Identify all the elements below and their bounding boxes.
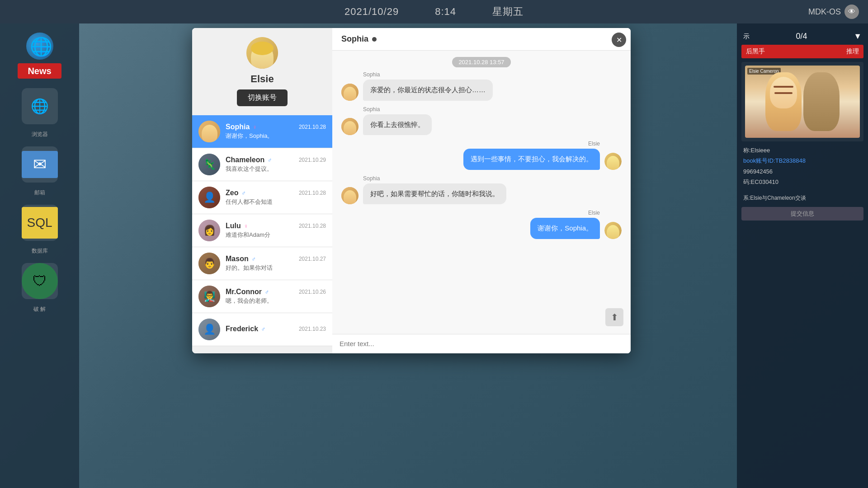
contact-item[interactable]: 👤 Frederick ♂ 2021.10.23	[192, 313, 332, 346]
contact-info: Zeo ♂ 2021.10.28 任何人都不会知道	[226, 189, 326, 206]
msg-content: Elsie 遇到一些事情，不要担心，我会解决的。	[463, 141, 600, 170]
online-indicator	[372, 37, 377, 42]
db-label: 数据库	[32, 247, 48, 255]
contact-name: Sophia ♀	[226, 123, 257, 131]
contact-avatar: 👩	[198, 220, 220, 241]
browser-icon[interactable]: 🌐	[22, 88, 58, 124]
msg-bubble: 谢谢你，Sophia。	[530, 218, 600, 239]
contact-preview: 任何人都不会知道	[226, 198, 326, 206]
contact-name: Mason ♂	[226, 255, 256, 263]
username-info: 称:Elsieee	[743, 145, 862, 155]
contact-date: 2021.10.23	[299, 326, 326, 332]
contact-preview: 嗯，我会的老师。	[226, 297, 326, 305]
contact-name: Frederick ♂	[226, 325, 265, 333]
contact-date: 2021.10.28	[299, 190, 326, 196]
globe-icon	[26, 33, 53, 60]
mail-icon[interactable]: ✉	[22, 146, 58, 183]
message-row: Elsie 谢谢你，Sophia。	[341, 210, 622, 239]
contact-avatar	[198, 121, 220, 142]
upload-button[interactable]: ⬆	[605, 308, 623, 326]
time-divider: 2021.10.28 13:57	[341, 58, 622, 66]
msg-avatar	[341, 187, 359, 204]
system-icon: 👁	[844, 5, 859, 19]
contact-item[interactable]: 👨‍🏫 Mr.Connor ♂ 2021.10.26 嗯，我会的老师。	[192, 280, 332, 313]
contact-preview: 谢谢你，Sophia。	[226, 132, 326, 140]
contact-name: Zeo ♂	[226, 189, 246, 197]
system-info: MDK-OS 👁	[808, 5, 859, 19]
message-row: Sophia 亲爱的，你最近的状态很令人担心……	[341, 71, 622, 101]
relation-info: 系:Elsie与Chameleon交谈	[741, 191, 863, 205]
contact-avatar: 👨	[198, 253, 220, 274]
contact-name: Mr.Connor ♂	[226, 288, 269, 296]
msg-content: Sophia 好吧，如果需要帮忙的话，你随时和我说。	[363, 175, 506, 205]
contact-avatar: 🦎	[198, 154, 220, 175]
chat-input-area	[332, 334, 631, 353]
msg-sender: Elsie	[530, 210, 600, 216]
close-button[interactable]: ✕	[612, 33, 626, 47]
character-image: Elsie Cameron	[745, 66, 860, 138]
msg-content: Elsie 谢谢你，Sophia。	[530, 210, 600, 239]
browser-label: 浏览器	[32, 131, 48, 138]
right-panel: 示 0/4 ▼ 后黑手 推理 Elsie Cameron 称:Els	[737, 23, 868, 488]
contact-preview: 难道你和Adam分	[226, 231, 326, 239]
shield-icon-inner: 🛡	[22, 263, 58, 299]
contacts-list: Sophia ♀ 2021.10.28 谢谢你，Sophia。 🦎 Chamel…	[192, 115, 332, 353]
chat-input[interactable]	[340, 340, 623, 347]
msg-bubble: 亲爱的，你最近的状态很令人担心……	[363, 80, 493, 101]
chat-header: Sophia	[332, 28, 631, 51]
right-info-section: 称:Elsieee book账号ID:TB2838848 996942456 码…	[741, 141, 863, 191]
contact-date: 2021.10.28	[299, 223, 326, 229]
db-icon[interactable]: SQL	[22, 205, 58, 241]
msg-content: Sophia 你看上去很憔悴。	[363, 106, 432, 136]
message-row: Elsie 遇到一些事情，不要担心，我会解决的。	[341, 141, 622, 170]
profile-name: Elsie	[250, 73, 274, 85]
chat-panel: ✕ Sophia 2021.10.28 13:57	[332, 28, 631, 353]
system-name: MDK-OS	[808, 7, 841, 17]
db-icon-inner: SQL	[22, 207, 58, 239]
contact-avatar: 👤	[198, 187, 220, 208]
contact-preview: 我喜欢这个提议。	[226, 165, 326, 173]
msg-bubble: 你看上去很憔悴。	[363, 114, 432, 136]
contacts-panel: Elsie 切换账号 Sophia ♀ 2021.10.28	[192, 28, 332, 353]
msg-avatar	[604, 222, 622, 239]
msg-sender: Sophia	[363, 106, 432, 113]
modal-overlay: Elsie 切换账号 Sophia ♀ 2021.10.28	[77, 23, 746, 488]
character-panel: Elsie Cameron	[741, 62, 863, 141]
contact-date: 2021.10.28	[299, 124, 326, 130]
right-panel-header: 示 0/4 ▼	[741, 28, 863, 45]
msg-sender: Elsie	[463, 141, 600, 147]
top-bar: 2021/10/29 8:14 星期五 MDK-OS 👁	[0, 0, 868, 23]
mail-label: 邮箱	[34, 189, 45, 197]
msg-content: Sophia 亲爱的，你最近的状态很令人担心……	[363, 71, 493, 101]
news-badge[interactable]: News	[18, 66, 61, 76]
contact-date: 2021.10.27	[299, 256, 326, 262]
msg-bubble: 好吧，如果需要帮忙的话，你随时和我说。	[363, 183, 506, 205]
contact-item[interactable]: 🦎 Chameleon ♂ 2021.10.29 我喜欢这个提议。	[192, 148, 332, 181]
chat-messages: 2021.10.28 13:57 Sophia 亲爱的，你最近的状态很令人担心……	[332, 51, 631, 334]
contact-info: Mason ♂ 2021.10.27 好的。如果你对话	[226, 255, 326, 272]
message-row: Sophia 你看上去很憔悴。	[341, 106, 622, 136]
submit-button[interactable]: 提交信息	[741, 207, 863, 221]
contact-item[interactable]: 👩 Lulu ♀ 2021.10.28 难道你和Adam分	[192, 214, 332, 247]
right-red-title: 后黑手 推理	[741, 45, 863, 58]
counter-badge: 0/4	[796, 32, 807, 41]
profile-avatar	[246, 37, 278, 69]
chat-contact-name: Sophia	[341, 34, 368, 44]
shield-icon[interactable]: 🛡	[22, 263, 58, 299]
contact-info: Chameleon ♂ 2021.10.29 我喜欢这个提议。	[226, 156, 326, 173]
contact-item[interactable]: Sophia ♀ 2021.10.28 谢谢你，Sophia。	[192, 115, 332, 148]
msg-sender: Sophia	[363, 71, 493, 78]
contact-info: Sophia ♀ 2021.10.28 谢谢你，Sophia。	[226, 123, 326, 140]
msg-sender: Sophia	[363, 175, 506, 182]
shield-label: 破 解	[33, 305, 46, 313]
fb-info: book账号ID:TB2838848	[743, 155, 862, 166]
msg-avatar	[604, 153, 622, 170]
expand-button[interactable]: ▼	[854, 32, 862, 41]
contact-item[interactable]: 👤 Zeo ♂ 2021.10.28 任何人都不会知道	[192, 181, 332, 214]
messaging-modal: Elsie 切换账号 Sophia ♀ 2021.10.28	[192, 28, 631, 353]
contact-name: Lulu ♀	[226, 222, 248, 230]
left-panel: News 🌐 浏览器 ✉ 邮箱 SQL 数据库 🛡 破 解	[0, 23, 79, 488]
contact-item[interactable]: 👨 Mason ♂ 2021.10.27 好的。如果你对话	[192, 247, 332, 280]
mail-icon-bg: ✉	[22, 151, 58, 178]
switch-account-button[interactable]: 切换账号	[237, 89, 288, 106]
